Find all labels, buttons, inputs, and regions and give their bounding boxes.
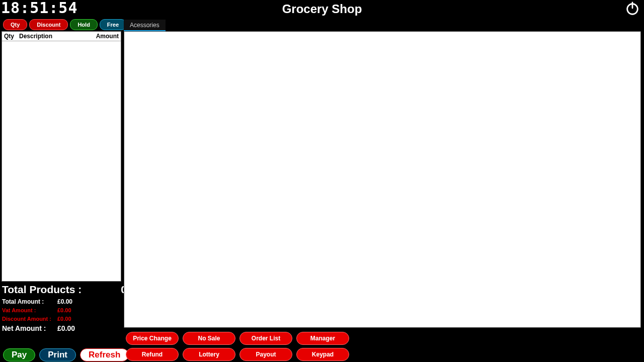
discount-amount-value: £0.00 xyxy=(57,315,71,323)
hold-button[interactable]: Hold xyxy=(70,19,97,30)
product-grid[interactable] xyxy=(124,31,641,328)
category-tabs: Acessories xyxy=(124,19,166,31)
action-pills: Qty Discount Hold Free xyxy=(3,19,126,30)
cart-col-qty: Qty xyxy=(4,33,19,40)
top-bar: 18:51:54 Grocery Shop xyxy=(0,0,644,18)
price-change-button[interactable]: Price Change xyxy=(126,332,179,345)
discount-amount-label: Discount Amount : xyxy=(2,315,57,323)
tab-accessories[interactable]: Acessories xyxy=(124,20,166,31)
function-grid: Price Change No Sale Order List Manager … xyxy=(126,332,349,361)
total-amount-value: £0.00 xyxy=(57,298,72,306)
vat-amount-value: £0.00 xyxy=(57,306,71,315)
primary-actions: Pay Print Refresh xyxy=(3,348,129,361)
refund-button[interactable]: Refund xyxy=(126,348,179,361)
no-sale-button[interactable]: No Sale xyxy=(183,332,235,345)
total-products-label: Total Products : xyxy=(2,284,82,296)
cart-header: Qty Description Amount xyxy=(2,32,121,41)
payout-button[interactable]: Payout xyxy=(239,348,292,361)
power-icon xyxy=(625,1,640,16)
store-title: Grocery Shop xyxy=(0,2,644,16)
totals-panel: Total Products : 0 Total Amount : £0.00 … xyxy=(0,283,130,332)
total-amount-label: Total Amount : xyxy=(2,298,57,306)
lottery-button[interactable]: Lottery xyxy=(183,348,235,361)
vat-amount-label: Vat Amount : xyxy=(2,306,57,315)
manager-button[interactable]: Manager xyxy=(296,332,349,345)
pay-button[interactable]: Pay xyxy=(3,348,35,361)
cart-col-amount: Amount xyxy=(91,33,119,40)
power-button[interactable] xyxy=(625,1,640,16)
refresh-button[interactable]: Refresh xyxy=(80,348,129,361)
clock-display: 18:51:54 xyxy=(1,0,78,17)
print-button[interactable]: Print xyxy=(39,348,76,361)
discount-button[interactable]: Discount xyxy=(29,19,68,30)
free-button[interactable]: Free xyxy=(100,19,126,30)
cart-panel: Qty Description Amount xyxy=(2,31,121,282)
order-list-button[interactable]: Order List xyxy=(239,332,292,345)
net-amount-label: Net Amount : xyxy=(2,324,57,332)
keypad-button[interactable]: Keypad xyxy=(296,348,349,361)
net-amount-value: £0.00 xyxy=(57,324,75,332)
cart-col-desc: Description xyxy=(19,33,91,40)
qty-button[interactable]: Qty xyxy=(3,19,27,30)
